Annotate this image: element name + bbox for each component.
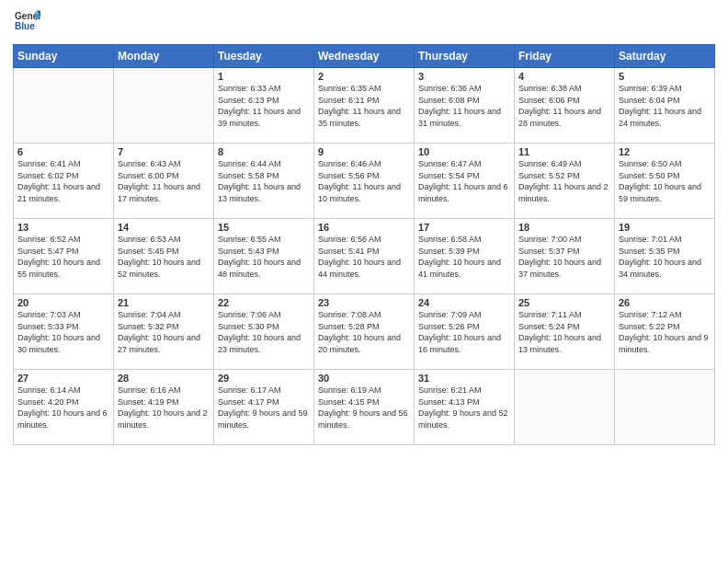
weekday-header-cell: Wednesday [314, 45, 415, 68]
day-number: 20 [17, 297, 109, 308]
day-number: 22 [218, 297, 310, 308]
day-info: Sunrise: 6:44 AM Sunset: 5:58 PM Dayligh… [218, 158, 310, 204]
day-number: 2 [318, 71, 410, 82]
day-info: Sunrise: 7:09 AM Sunset: 5:26 PM Dayligh… [418, 309, 510, 355]
day-number: 3 [418, 71, 510, 82]
day-info: Sunrise: 6:21 AM Sunset: 4:13 PM Dayligh… [418, 385, 510, 431]
calendar-day-cell: 29Sunrise: 6:17 AM Sunset: 4:17 PM Dayli… [214, 370, 314, 445]
day-info: Sunrise: 7:04 AM Sunset: 5:32 PM Dayligh… [118, 309, 210, 355]
calendar-day-cell: 14Sunrise: 6:53 AM Sunset: 5:45 PM Dayli… [114, 219, 214, 294]
calendar-day-cell: 30Sunrise: 6:19 AM Sunset: 4:15 PM Dayli… [314, 370, 415, 445]
calendar-day-cell [14, 68, 114, 144]
calendar-day-cell: 4Sunrise: 6:38 AM Sunset: 6:06 PM Daylig… [515, 68, 615, 144]
calendar-day-cell: 22Sunrise: 7:06 AM Sunset: 5:30 PM Dayli… [214, 294, 314, 370]
calendar-day-cell: 25Sunrise: 7:11 AM Sunset: 5:24 PM Dayli… [515, 294, 615, 370]
calendar-day-cell: 12Sunrise: 6:50 AM Sunset: 5:50 PM Dayli… [615, 144, 715, 219]
calendar-day-cell: 6Sunrise: 6:41 AM Sunset: 6:02 PM Daylig… [14, 144, 114, 219]
day-info: Sunrise: 6:14 AM Sunset: 4:20 PM Dayligh… [17, 385, 109, 431]
calendar-day-cell: 28Sunrise: 6:16 AM Sunset: 4:19 PM Dayli… [114, 370, 214, 445]
svg-text:Blue: Blue [15, 21, 35, 31]
day-info: Sunrise: 6:43 AM Sunset: 6:00 PM Dayligh… [118, 158, 210, 204]
calendar-day-cell: 17Sunrise: 6:58 AM Sunset: 5:39 PM Dayli… [415, 219, 515, 294]
day-info: Sunrise: 6:41 AM Sunset: 6:02 PM Dayligh… [17, 158, 109, 204]
day-number: 9 [318, 146, 410, 157]
calendar-day-cell: 2Sunrise: 6:35 AM Sunset: 6:11 PM Daylig… [314, 68, 415, 144]
day-info: Sunrise: 6:17 AM Sunset: 4:17 PM Dayligh… [218, 385, 310, 431]
day-number: 6 [17, 146, 109, 157]
day-number: 7 [118, 146, 210, 157]
day-number: 31 [418, 373, 510, 384]
day-number: 29 [218, 373, 310, 384]
day-info: Sunrise: 7:11 AM Sunset: 5:24 PM Dayligh… [518, 309, 610, 355]
calendar-day-cell: 19Sunrise: 7:01 AM Sunset: 5:35 PM Dayli… [615, 219, 715, 294]
calendar-day-cell: 3Sunrise: 6:36 AM Sunset: 6:08 PM Daylig… [415, 68, 515, 144]
day-number: 25 [518, 297, 610, 308]
calendar-day-cell: 5Sunrise: 6:39 AM Sunset: 6:04 PM Daylig… [615, 68, 715, 144]
day-number: 24 [418, 297, 510, 308]
day-number: 12 [619, 146, 711, 157]
weekday-header-cell: Thursday [415, 45, 515, 68]
day-number: 30 [318, 373, 410, 384]
day-info: Sunrise: 6:53 AM Sunset: 5:45 PM Dayligh… [118, 234, 210, 280]
day-number: 23 [318, 297, 410, 308]
day-number: 5 [619, 71, 711, 82]
weekday-header-cell: Monday [114, 45, 214, 68]
day-number: 16 [318, 222, 410, 233]
day-info: Sunrise: 7:06 AM Sunset: 5:30 PM Dayligh… [218, 309, 310, 355]
calendar-day-cell: 27Sunrise: 6:14 AM Sunset: 4:20 PM Dayli… [14, 370, 114, 445]
day-info: Sunrise: 7:01 AM Sunset: 5:35 PM Dayligh… [619, 234, 711, 280]
day-number: 4 [518, 71, 610, 82]
day-info: Sunrise: 6:50 AM Sunset: 5:50 PM Dayligh… [619, 158, 711, 204]
day-number: 10 [418, 146, 510, 157]
calendar-day-cell [615, 370, 715, 445]
day-info: Sunrise: 6:49 AM Sunset: 5:52 PM Dayligh… [518, 158, 610, 204]
day-number: 28 [118, 373, 210, 384]
calendar-day-cell [114, 68, 214, 144]
day-number: 15 [218, 222, 310, 233]
calendar-day-cell: 7Sunrise: 6:43 AM Sunset: 6:00 PM Daylig… [114, 144, 214, 219]
weekday-header-cell: Tuesday [214, 45, 314, 68]
day-info: Sunrise: 6:55 AM Sunset: 5:43 PM Dayligh… [218, 234, 310, 280]
day-number: 1 [218, 71, 310, 82]
day-info: Sunrise: 7:00 AM Sunset: 5:37 PM Dayligh… [518, 234, 610, 280]
weekday-header-cell: Friday [515, 45, 615, 68]
day-info: Sunrise: 7:03 AM Sunset: 5:33 PM Dayligh… [17, 309, 109, 355]
day-number: 17 [418, 222, 510, 233]
weekday-header-row: SundayMondayTuesdayWednesdayThursdayFrid… [14, 45, 715, 68]
calendar-day-cell: 23Sunrise: 7:08 AM Sunset: 5:28 PM Dayli… [314, 294, 415, 370]
day-info: Sunrise: 6:56 AM Sunset: 5:41 PM Dayligh… [318, 234, 410, 280]
calendar-day-cell: 24Sunrise: 7:09 AM Sunset: 5:26 PM Dayli… [415, 294, 515, 370]
calendar-body: 1Sunrise: 6:33 AM Sunset: 6:13 PM Daylig… [14, 68, 715, 445]
calendar-table: SundayMondayTuesdayWednesdayThursdayFrid… [13, 44, 715, 445]
calendar-day-cell: 21Sunrise: 7:04 AM Sunset: 5:32 PM Dayli… [114, 294, 214, 370]
day-info: Sunrise: 6:46 AM Sunset: 5:56 PM Dayligh… [318, 158, 410, 204]
calendar-day-cell: 8Sunrise: 6:44 AM Sunset: 5:58 PM Daylig… [214, 144, 314, 219]
logo: General Blue [13, 9, 40, 39]
logo-icon: General Blue [15, 9, 40, 35]
day-info: Sunrise: 6:36 AM Sunset: 6:08 PM Dayligh… [418, 83, 510, 129]
day-info: Sunrise: 6:19 AM Sunset: 4:15 PM Dayligh… [318, 385, 410, 431]
weekday-header-cell: Sunday [14, 45, 114, 68]
day-number: 18 [518, 222, 610, 233]
calendar-day-cell: 9Sunrise: 6:46 AM Sunset: 5:56 PM Daylig… [314, 144, 415, 219]
day-info: Sunrise: 6:35 AM Sunset: 6:11 PM Dayligh… [318, 83, 410, 129]
day-info: Sunrise: 6:38 AM Sunset: 6:06 PM Dayligh… [518, 83, 610, 129]
calendar-week-row: 27Sunrise: 6:14 AM Sunset: 4:20 PM Dayli… [14, 370, 715, 445]
day-number: 26 [619, 297, 711, 308]
day-number: 21 [118, 297, 210, 308]
calendar-day-cell: 20Sunrise: 7:03 AM Sunset: 5:33 PM Dayli… [14, 294, 114, 370]
calendar-day-cell [515, 370, 615, 445]
day-info: Sunrise: 6:39 AM Sunset: 6:04 PM Dayligh… [619, 83, 711, 129]
day-info: Sunrise: 6:47 AM Sunset: 5:54 PM Dayligh… [418, 158, 510, 204]
calendar-day-cell: 15Sunrise: 6:55 AM Sunset: 5:43 PM Dayli… [214, 219, 314, 294]
calendar-week-row: 20Sunrise: 7:03 AM Sunset: 5:33 PM Dayli… [14, 294, 715, 370]
calendar-week-row: 6Sunrise: 6:41 AM Sunset: 6:02 PM Daylig… [14, 144, 715, 219]
day-info: Sunrise: 7:08 AM Sunset: 5:28 PM Dayligh… [318, 309, 410, 355]
day-info: Sunrise: 6:58 AM Sunset: 5:39 PM Dayligh… [418, 234, 510, 280]
calendar-day-cell: 18Sunrise: 7:00 AM Sunset: 5:37 PM Dayli… [515, 219, 615, 294]
page-header: General Blue [13, 9, 715, 39]
day-number: 13 [17, 222, 109, 233]
day-info: Sunrise: 6:33 AM Sunset: 6:13 PM Dayligh… [218, 83, 310, 129]
day-number: 8 [218, 146, 310, 157]
day-info: Sunrise: 7:12 AM Sunset: 5:22 PM Dayligh… [619, 309, 711, 355]
